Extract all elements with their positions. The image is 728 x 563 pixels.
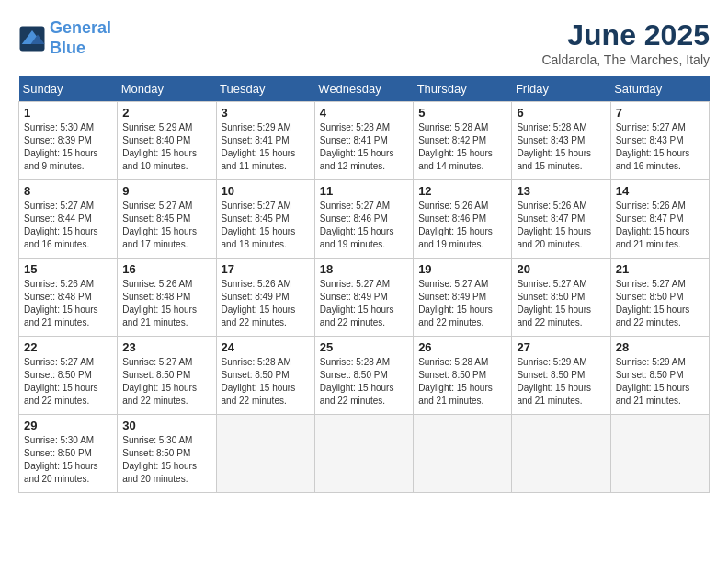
calendar-cell — [216, 415, 314, 493]
day-info: Sunrise: 5:29 AM Sunset: 8:50 PM Dayligh… — [616, 356, 704, 408]
day-number: 16 — [122, 262, 210, 276]
day-info: Sunrise: 5:30 AM Sunset: 8:50 PM Dayligh… — [24, 434, 112, 486]
logo-blue: Blue — [50, 39, 85, 57]
day-number: 24 — [222, 340, 310, 354]
day-number: 6 — [517, 106, 605, 120]
day-info: Sunrise: 5:27 AM Sunset: 8:50 PM Dayligh… — [517, 278, 605, 329]
title-block: June 2025 Caldarola, The Marches, Italy — [541, 18, 710, 67]
calendar-cell: 9Sunrise: 5:27 AM Sunset: 8:45 PM Daylig… — [118, 180, 216, 259]
day-info: Sunrise: 5:27 AM Sunset: 8:45 PM Dayligh… — [122, 200, 210, 251]
day-number: 21 — [616, 262, 704, 276]
day-info: Sunrise: 5:26 AM Sunset: 8:46 PM Dayligh… — [418, 200, 506, 251]
calendar-cell: 6Sunrise: 5:28 AM Sunset: 8:43 PM Daylig… — [512, 102, 610, 180]
day-number: 9 — [122, 184, 210, 198]
day-info: Sunrise: 5:28 AM Sunset: 8:42 PM Dayligh… — [418, 121, 506, 173]
column-header-friday: Friday — [512, 76, 610, 102]
day-info: Sunrise: 5:29 AM Sunset: 8:41 PM Dayligh… — [222, 121, 310, 173]
calendar-cell: 8Sunrise: 5:27 AM Sunset: 8:44 PM Daylig… — [19, 180, 118, 259]
day-info: Sunrise: 5:27 AM Sunset: 8:43 PM Dayligh… — [616, 121, 704, 173]
day-number: 30 — [122, 419, 210, 432]
day-info: Sunrise: 5:29 AM Sunset: 8:50 PM Dayligh… — [517, 356, 605, 408]
calendar-week-5: 29Sunrise: 5:30 AM Sunset: 8:50 PM Dayli… — [19, 415, 710, 493]
day-number: 27 — [517, 340, 605, 354]
calendar-header-row: SundayMondayTuesdayWednesdayThursdayFrid… — [19, 76, 710, 102]
calendar-week-4: 22Sunrise: 5:27 AM Sunset: 8:50 PM Dayli… — [19, 337, 710, 415]
day-number: 8 — [24, 184, 112, 198]
day-number: 13 — [517, 184, 605, 198]
column-header-monday: Monday — [118, 76, 216, 102]
day-info: Sunrise: 5:27 AM Sunset: 8:46 PM Dayligh… — [320, 200, 408, 251]
day-number: 19 — [418, 262, 506, 276]
day-number: 12 — [418, 184, 506, 198]
day-number: 25 — [320, 340, 408, 354]
day-number: 11 — [320, 184, 408, 198]
calendar-cell: 14Sunrise: 5:26 AM Sunset: 8:47 PM Dayli… — [610, 180, 709, 259]
calendar-cell — [512, 415, 610, 493]
day-info: Sunrise: 5:26 AM Sunset: 8:47 PM Dayligh… — [517, 200, 605, 251]
day-info: Sunrise: 5:26 AM Sunset: 8:49 PM Dayligh… — [222, 278, 310, 329]
calendar-cell: 16Sunrise: 5:26 AM Sunset: 8:48 PM Dayli… — [118, 259, 216, 337]
calendar-cell: 15Sunrise: 5:26 AM Sunset: 8:48 PM Dayli… — [19, 259, 118, 337]
calendar-cell: 7Sunrise: 5:27 AM Sunset: 8:43 PM Daylig… — [610, 102, 709, 180]
day-number: 5 — [418, 106, 506, 120]
day-info: Sunrise: 5:30 AM Sunset: 8:50 PM Dayligh… — [122, 434, 210, 486]
day-number: 28 — [616, 340, 704, 354]
day-info: Sunrise: 5:27 AM Sunset: 8:44 PM Dayligh… — [24, 200, 112, 251]
calendar-cell: 4Sunrise: 5:28 AM Sunset: 8:41 PM Daylig… — [314, 102, 413, 180]
location-subtitle: Caldarola, The Marches, Italy — [541, 52, 710, 67]
calendar-cell: 26Sunrise: 5:28 AM Sunset: 8:50 PM Dayli… — [414, 337, 512, 415]
month-title: June 2025 — [541, 18, 710, 52]
day-info: Sunrise: 5:26 AM Sunset: 8:48 PM Dayligh… — [122, 278, 210, 329]
day-info: Sunrise: 5:29 AM Sunset: 8:40 PM Dayligh… — [122, 121, 210, 173]
day-number: 29 — [24, 419, 112, 432]
day-info: Sunrise: 5:27 AM Sunset: 8:49 PM Dayligh… — [320, 278, 408, 329]
page-header: General Blue June 2025 Caldarola, The Ma… — [18, 18, 710, 67]
day-number: 15 — [24, 262, 112, 276]
calendar-cell: 29Sunrise: 5:30 AM Sunset: 8:50 PM Dayli… — [19, 415, 118, 493]
day-number: 10 — [222, 184, 310, 198]
calendar-cell — [610, 415, 709, 493]
calendar-cell: 12Sunrise: 5:26 AM Sunset: 8:46 PM Dayli… — [414, 180, 512, 259]
calendar-cell: 27Sunrise: 5:29 AM Sunset: 8:50 PM Dayli… — [512, 337, 610, 415]
day-info: Sunrise: 5:27 AM Sunset: 8:45 PM Dayligh… — [222, 200, 310, 251]
calendar-cell: 18Sunrise: 5:27 AM Sunset: 8:49 PM Dayli… — [314, 259, 413, 337]
calendar-week-3: 15Sunrise: 5:26 AM Sunset: 8:48 PM Dayli… — [19, 259, 710, 337]
day-info: Sunrise: 5:28 AM Sunset: 8:41 PM Dayligh… — [320, 121, 408, 173]
calendar-cell: 3Sunrise: 5:29 AM Sunset: 8:41 PM Daylig… — [216, 102, 314, 180]
column-header-wednesday: Wednesday — [314, 76, 413, 102]
logo: General Blue — [18, 18, 111, 58]
day-info: Sunrise: 5:27 AM Sunset: 8:50 PM Dayligh… — [616, 278, 704, 329]
calendar-week-1: 1Sunrise: 5:30 AM Sunset: 8:39 PM Daylig… — [19, 102, 710, 180]
column-header-tuesday: Tuesday — [216, 76, 314, 102]
calendar-cell: 21Sunrise: 5:27 AM Sunset: 8:50 PM Dayli… — [610, 259, 709, 337]
calendar-week-2: 8Sunrise: 5:27 AM Sunset: 8:44 PM Daylig… — [19, 180, 710, 259]
calendar-cell: 17Sunrise: 5:26 AM Sunset: 8:49 PM Dayli… — [216, 259, 314, 337]
day-info: Sunrise: 5:28 AM Sunset: 8:50 PM Dayligh… — [418, 356, 506, 408]
day-info: Sunrise: 5:28 AM Sunset: 8:43 PM Dayligh… — [517, 121, 605, 173]
calendar-table: SundayMondayTuesdayWednesdayThursdayFrid… — [18, 76, 710, 493]
day-number: 17 — [222, 262, 310, 276]
day-info: Sunrise: 5:27 AM Sunset: 8:49 PM Dayligh… — [418, 278, 506, 329]
calendar-cell: 19Sunrise: 5:27 AM Sunset: 8:49 PM Dayli… — [414, 259, 512, 337]
day-info: Sunrise: 5:27 AM Sunset: 8:50 PM Dayligh… — [24, 356, 112, 408]
calendar-cell: 5Sunrise: 5:28 AM Sunset: 8:42 PM Daylig… — [414, 102, 512, 180]
day-number: 7 — [616, 106, 704, 120]
calendar-cell: 28Sunrise: 5:29 AM Sunset: 8:50 PM Dayli… — [610, 337, 709, 415]
calendar-cell: 1Sunrise: 5:30 AM Sunset: 8:39 PM Daylig… — [19, 102, 118, 180]
day-info: Sunrise: 5:27 AM Sunset: 8:50 PM Dayligh… — [122, 356, 210, 408]
day-number: 23 — [122, 340, 210, 354]
logo-text: General Blue — [50, 18, 111, 58]
calendar-cell: 22Sunrise: 5:27 AM Sunset: 8:50 PM Dayli… — [19, 337, 118, 415]
day-info: Sunrise: 5:28 AM Sunset: 8:50 PM Dayligh… — [222, 356, 310, 408]
day-info: Sunrise: 5:26 AM Sunset: 8:48 PM Dayligh… — [24, 278, 112, 329]
calendar-cell: 25Sunrise: 5:28 AM Sunset: 8:50 PM Dayli… — [314, 337, 413, 415]
calendar-cell: 20Sunrise: 5:27 AM Sunset: 8:50 PM Dayli… — [512, 259, 610, 337]
day-number: 2 — [122, 106, 210, 120]
day-number: 4 — [320, 106, 408, 120]
logo-icon — [18, 25, 46, 52]
calendar-cell: 24Sunrise: 5:28 AM Sunset: 8:50 PM Dayli… — [216, 337, 314, 415]
calendar-cell: 10Sunrise: 5:27 AM Sunset: 8:45 PM Dayli… — [216, 180, 314, 259]
calendar-cell: 11Sunrise: 5:27 AM Sunset: 8:46 PM Dayli… — [314, 180, 413, 259]
calendar-cell: 30Sunrise: 5:30 AM Sunset: 8:50 PM Dayli… — [118, 415, 216, 493]
day-info: Sunrise: 5:26 AM Sunset: 8:47 PM Dayligh… — [616, 200, 704, 251]
